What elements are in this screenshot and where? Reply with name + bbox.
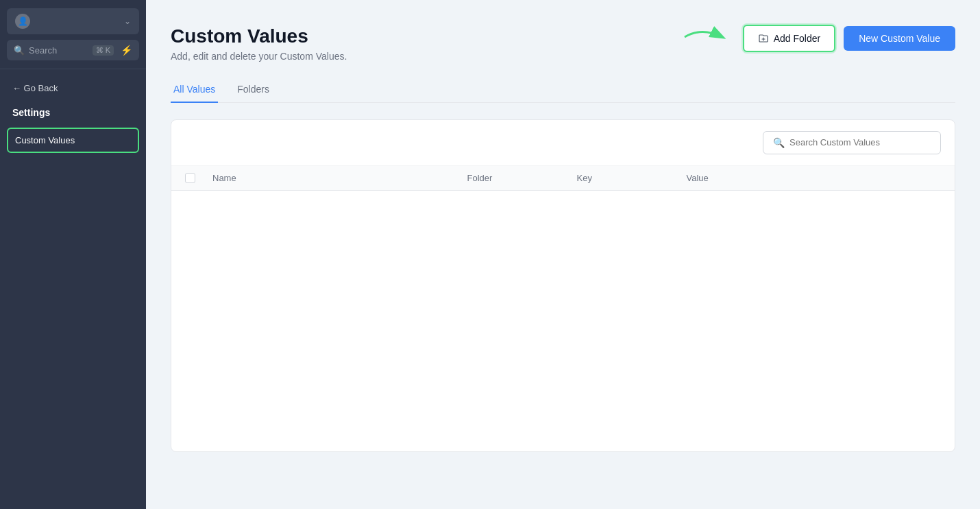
add-folder-button[interactable]: Add Folder <box>743 25 835 52</box>
sidebar-item-label: Custom Values <box>15 135 75 145</box>
table-header: Name Folder Key Value <box>171 166 955 191</box>
new-custom-label: New Custom Value <box>859 33 940 44</box>
add-folder-label: Add Folder <box>774 33 820 44</box>
table-container: 🔍 Name Folder Key Value <box>171 119 955 452</box>
go-back-button[interactable]: ← Go Back <box>7 79 139 97</box>
column-folder: Folder <box>467 173 577 183</box>
select-all-checkbox-cell[interactable] <box>185 173 212 183</box>
sidebar: 👤 ⌄ 🔍 Search ⌘ K ⚡ ← Go Back Settings Cu… <box>0 0 146 509</box>
search-icon: 🔍 <box>773 137 785 148</box>
go-back-label: ← Go Back <box>12 83 58 93</box>
column-value: Value <box>687 173 942 183</box>
sidebar-user-selector[interactable]: 👤 ⌄ <box>7 8 139 34</box>
page-title-area: Custom Values Add, edit and delete your … <box>171 25 347 62</box>
sidebar-nav: Custom Values <box>0 125 146 509</box>
search-wrapper[interactable]: 🔍 <box>763 131 941 154</box>
sidebar-search-label: Search <box>29 45 88 56</box>
page-title: Custom Values <box>171 25 347 48</box>
main-content: Custom Values Add, edit and delete your … <box>146 0 980 509</box>
arrow-annotation <box>681 23 736 54</box>
content-area: 🔍 Name Folder Key Value <box>146 103 980 509</box>
sidebar-user-left: 👤 <box>15 14 30 29</box>
header-actions: Add Folder New Custom Value <box>743 25 955 52</box>
user-avatar-icon: 👤 <box>15 14 30 29</box>
sidebar-search[interactable]: 🔍 Search ⌘ K ⚡ <box>7 40 139 60</box>
sidebar-bolt-icon: ⚡ <box>121 45 132 56</box>
table-toolbar: 🔍 <box>171 120 955 166</box>
column-key: Key <box>577 173 687 183</box>
main-header: Custom Values Add, edit and delete your … <box>146 0 980 103</box>
select-all-checkbox[interactable] <box>185 173 195 183</box>
page-subtitle: Add, edit and delete your Custom Values. <box>171 51 347 62</box>
folder-icon <box>758 33 769 44</box>
new-custom-value-button[interactable]: New Custom Value <box>844 26 955 51</box>
chevron-down-icon: ⌄ <box>124 16 131 26</box>
search-custom-values-input[interactable] <box>789 137 931 147</box>
main-header-top: Custom Values Add, edit and delete your … <box>171 25 955 62</box>
settings-section-label: Settings <box>0 103 146 125</box>
column-name: Name <box>212 173 467 183</box>
tab-all-values[interactable]: All Values <box>171 77 218 103</box>
sidebar-item-custom-values[interactable]: Custom Values <box>7 128 139 153</box>
search-icon: 🔍 <box>14 45 25 56</box>
sidebar-search-kbd: ⌘ K <box>93 45 114 56</box>
tab-folders[interactable]: Folders <box>234 77 272 103</box>
tabs: All Values Folders <box>171 77 955 103</box>
sidebar-top: 👤 ⌄ 🔍 Search ⌘ K ⚡ <box>0 0 146 69</box>
table-body <box>171 191 955 451</box>
